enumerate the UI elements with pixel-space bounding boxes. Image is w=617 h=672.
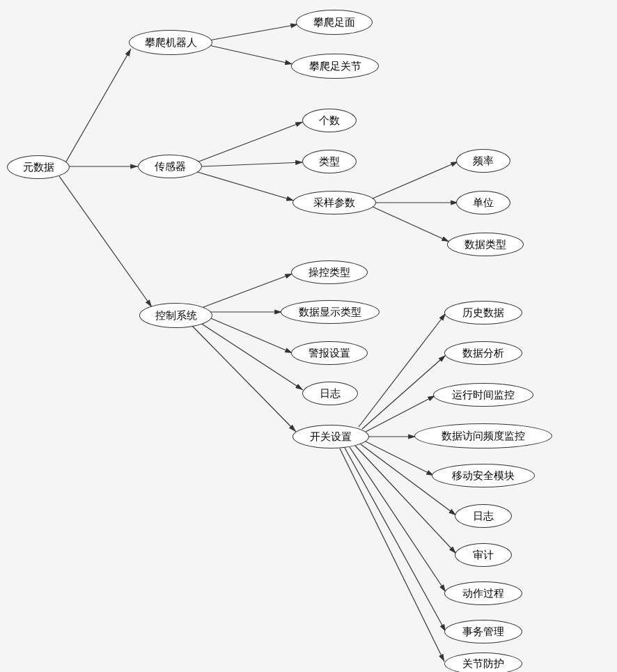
node-ctrl-alarm: 警报设置 xyxy=(291,341,368,365)
node-control: 控制系统 xyxy=(139,303,212,328)
label-ctrl-alarm: 警报设置 xyxy=(308,347,350,360)
label-sw-action: 动作过程 xyxy=(462,587,504,600)
node-sensor-count: 个数 xyxy=(302,109,357,132)
node-sw-runtime: 运行时间监控 xyxy=(433,383,533,407)
svg-line-18 xyxy=(366,396,435,432)
label-sw-audit: 审计 xyxy=(473,549,494,562)
node-sw-action: 动作过程 xyxy=(444,581,522,605)
node-ctrl-switch: 开关设置 xyxy=(292,425,369,448)
label-param-datatype: 数据类型 xyxy=(464,238,506,251)
svg-line-4 xyxy=(209,45,292,64)
label-sw-history: 历史数据 xyxy=(462,306,504,320)
node-sw-security: 移动安全模块 xyxy=(432,464,535,487)
label-robot-foot: 攀爬足面 xyxy=(313,16,355,29)
node-root: 元数据 xyxy=(7,155,70,179)
label-robot: 攀爬机器人 xyxy=(145,36,197,49)
node-sw-analysis: 数据分析 xyxy=(444,341,522,365)
label-root: 元数据 xyxy=(23,161,54,174)
svg-line-6 xyxy=(202,162,303,166)
node-sensor-type: 类型 xyxy=(302,150,357,173)
label-sw-runtime: 运行时间监控 xyxy=(452,389,515,402)
svg-line-20 xyxy=(366,442,434,476)
node-sw-protect: 关节防护 xyxy=(444,653,522,672)
svg-line-2 xyxy=(59,176,152,307)
label-sw-affair: 事务管理 xyxy=(462,625,504,639)
node-param-freq: 频率 xyxy=(456,149,510,173)
node-sensor: 传感器 xyxy=(138,155,202,178)
label-sw-analysis: 数据分析 xyxy=(462,347,504,360)
label-sensor-param: 采样参数 xyxy=(313,196,355,210)
label-ctrl-switch: 开关设置 xyxy=(310,430,352,444)
label-sensor-count: 个数 xyxy=(319,114,340,127)
label-ctrl-display: 数据显示类型 xyxy=(299,306,361,319)
svg-line-3 xyxy=(209,24,298,40)
node-sw-log: 日志 xyxy=(455,504,512,528)
node-robot-joint: 攀爬足关节 xyxy=(291,54,379,79)
svg-line-16 xyxy=(359,313,446,427)
svg-line-14 xyxy=(198,322,303,390)
node-param-unit: 单位 xyxy=(456,191,510,214)
label-sw-access: 数据访问频度监控 xyxy=(442,430,525,443)
label-ctrl-type: 操控类型 xyxy=(308,266,350,279)
svg-line-8 xyxy=(373,162,458,198)
label-robot-joint: 攀爬足关节 xyxy=(309,60,361,73)
node-ctrl-display: 数据显示类型 xyxy=(281,300,380,324)
label-sensor: 传感器 xyxy=(155,160,186,173)
svg-line-0 xyxy=(66,49,131,162)
svg-line-7 xyxy=(195,171,294,201)
svg-line-13 xyxy=(208,317,292,353)
node-robot: 攀爬机器人 xyxy=(129,30,212,55)
label-param-freq: 频率 xyxy=(473,155,494,168)
node-param-datatype: 数据类型 xyxy=(447,233,524,256)
label-sw-protect: 关节防护 xyxy=(462,657,504,671)
node-ctrl-log: 日志 xyxy=(302,382,358,405)
svg-line-17 xyxy=(362,355,446,429)
label-sensor-type: 类型 xyxy=(319,155,340,169)
node-sensor-param: 采样参数 xyxy=(292,191,376,214)
svg-line-24 xyxy=(345,448,446,632)
node-ctrl-type: 操控类型 xyxy=(291,260,368,284)
label-ctrl-log: 日志 xyxy=(320,387,341,400)
svg-line-25 xyxy=(340,448,444,662)
node-sw-affair: 事务管理 xyxy=(444,620,522,643)
node-sw-history: 历史数据 xyxy=(444,301,522,325)
svg-line-15 xyxy=(192,325,296,432)
node-sw-audit: 审计 xyxy=(455,543,512,567)
svg-line-23 xyxy=(350,447,446,592)
label-sw-log: 日志 xyxy=(473,510,494,523)
svg-line-22 xyxy=(355,446,456,554)
svg-line-5 xyxy=(195,122,303,163)
svg-line-10 xyxy=(373,207,449,242)
svg-line-11 xyxy=(203,274,292,307)
node-robot-foot: 攀爬足面 xyxy=(296,10,373,35)
label-param-unit: 单位 xyxy=(473,196,494,210)
label-control: 控制系统 xyxy=(155,309,197,322)
node-sw-access: 数据访问频度监控 xyxy=(414,423,552,448)
label-sw-security: 移动安全模块 xyxy=(452,469,515,483)
